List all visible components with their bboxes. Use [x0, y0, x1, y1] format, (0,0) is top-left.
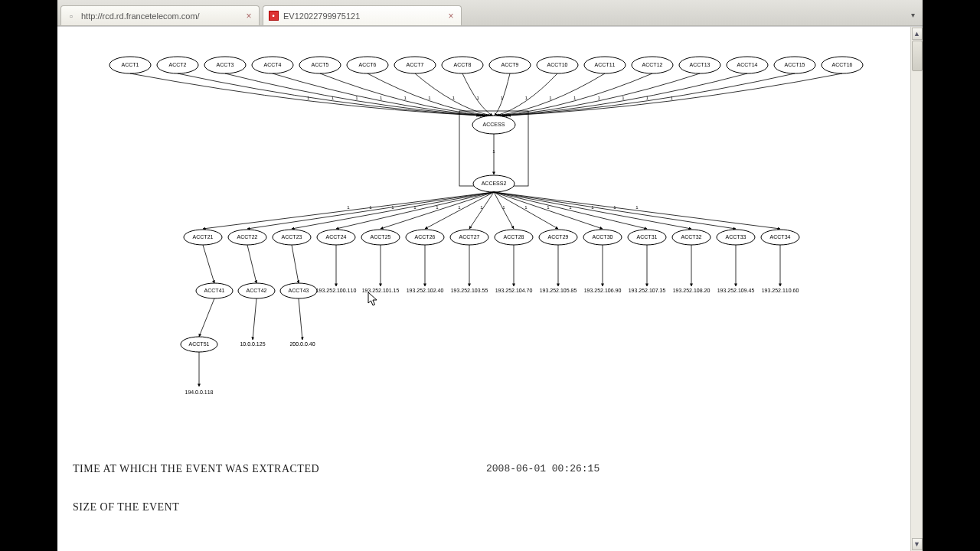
svg-text:193.252.102.40: 193.252.102.40	[407, 288, 444, 293]
svg-text:ACCT33: ACCT33	[726, 234, 746, 240]
svg-text:1: 1	[452, 96, 456, 100]
svg-text:ACCT29: ACCT29	[548, 234, 569, 240]
svg-text:ACCT25: ACCT25	[371, 234, 391, 240]
tab-1[interactable]: • EV12022799975121 ×	[263, 5, 462, 25]
tab-title: EV12022799975121	[283, 11, 441, 21]
svg-text:200.0.0.40: 200.0.0.40	[289, 341, 315, 347]
svg-text:ACCT26: ACCT26	[415, 234, 436, 240]
svg-text:ACCT43: ACCT43	[289, 288, 309, 293]
svg-line-67	[336, 192, 494, 229]
svg-line-71	[381, 192, 494, 229]
scroll-thumb[interactable]	[912, 41, 923, 71]
svg-text:ACCT2: ACCT2	[169, 62, 187, 67]
svg-text:ACCT14: ACCT14	[737, 62, 758, 67]
svg-text:1: 1	[598, 96, 601, 100]
svg-line-59	[247, 192, 494, 229]
svg-line-99	[494, 192, 691, 229]
svg-line-79	[469, 192, 494, 229]
svg-line-117	[292, 245, 299, 283]
svg-text:1: 1	[622, 96, 625, 100]
svg-line-95	[494, 192, 647, 229]
svg-text:1: 1	[380, 96, 383, 100]
svg-text:ACCT21: ACCT21	[193, 234, 214, 240]
svg-text:1: 1	[573, 96, 577, 100]
tab-strip: ▫ http://rcd.rd.francetelecom.com/ × • E…	[57, 0, 923, 26]
scroll-track[interactable]	[912, 41, 923, 537]
svg-text:1: 1	[458, 205, 461, 210]
browser-window: ▫ http://rcd.rd.francetelecom.com/ × • E…	[57, 0, 923, 551]
svg-text:ACCT30: ACCT30	[593, 234, 613, 240]
svg-line-114	[247, 245, 256, 283]
close-icon[interactable]: ×	[243, 11, 254, 21]
svg-text:ACCT7: ACCT7	[407, 62, 424, 67]
svg-text:1: 1	[347, 205, 350, 210]
svg-line-111	[203, 245, 214, 283]
svg-text:ACCT4: ACCT4	[264, 62, 282, 67]
svg-text:193.252.108.20: 193.252.108.20	[673, 288, 710, 293]
svg-text:ACCT11: ACCT11	[595, 62, 616, 67]
vertical-scrollbar[interactable]: ▲ ▼	[910, 27, 923, 551]
svg-line-147	[299, 298, 302, 340]
svg-text:ACCT34: ACCT34	[770, 234, 791, 240]
tab-title: http://rcd.rd.francetelecom.com/	[81, 11, 239, 21]
svg-line-55	[203, 192, 494, 229]
svg-text:1: 1	[569, 205, 572, 210]
svg-line-63	[292, 192, 494, 229]
svg-text:1: 1	[547, 205, 550, 210]
tab-list-dropdown[interactable]: ▾	[906, 8, 920, 22]
svg-text:ACCT13: ACCT13	[690, 62, 710, 67]
svg-text:1: 1	[413, 205, 416, 210]
svg-text:ACCT27: ACCT27	[459, 234, 480, 240]
svg-line-142	[199, 298, 214, 337]
svg-text:1: 1	[502, 205, 505, 210]
svg-text:194.0.0.118: 194.0.0.118	[185, 390, 214, 395]
svg-text:1: 1	[635, 205, 639, 210]
svg-text:ACCT9: ACCT9	[501, 62, 519, 67]
svg-text:193.252.104.70: 193.252.104.70	[495, 288, 533, 293]
event-info: TIME AT WHICH THE EVENT WAS EXTRACTED 20…	[73, 448, 900, 551]
svg-text:ACCT12: ACCT12	[642, 62, 663, 67]
svg-text:1: 1	[391, 205, 394, 210]
svg-text:193.252.101.15: 193.252.101.15	[362, 288, 400, 293]
svg-text:ACCT31: ACCT31	[637, 234, 658, 240]
svg-text:ACCT10: ACCT10	[547, 62, 568, 67]
scroll-down-icon[interactable]: ▼	[912, 538, 923, 550]
svg-text:1: 1	[436, 205, 439, 210]
svg-text:1: 1	[525, 96, 528, 100]
svg-text:ACCT23: ACCT23	[282, 234, 302, 240]
time-value: 2008-06-01 00:26:15	[486, 463, 599, 475]
svg-text:1: 1	[404, 96, 407, 100]
svg-line-103	[494, 192, 736, 229]
svg-text:ACCT51: ACCT51	[189, 341, 210, 347]
page-icon: ▫	[66, 11, 77, 21]
close-icon[interactable]: ×	[446, 11, 456, 21]
svg-text:193.252.106.90: 193.252.106.90	[584, 288, 622, 293]
svg-text:1: 1	[670, 96, 673, 100]
svg-text:ACCT41: ACCT41	[204, 288, 225, 293]
svg-text:ACCT22: ACCT22	[237, 234, 258, 240]
tab-0[interactable]: ▫ http://rcd.rd.francetelecom.com/ ×	[60, 5, 260, 25]
svg-text:193.252.107.35: 193.252.107.35	[629, 288, 666, 293]
svg-text:ACCT24: ACCT24	[326, 234, 347, 240]
svg-text:ACCT8: ACCT8	[454, 62, 472, 67]
svg-text:ACCESS2: ACCESS2	[482, 181, 507, 186]
svg-text:1: 1	[492, 149, 495, 154]
svg-text:193.252.103.55: 193.252.103.55	[451, 288, 488, 293]
svg-line-75	[425, 192, 494, 229]
svg-text:193.252.105.85: 193.252.105.85	[540, 288, 577, 293]
svg-text:10.0.0.125: 10.0.0.125	[240, 341, 265, 347]
svg-text:ACCT5: ACCT5	[312, 62, 329, 67]
svg-text:1: 1	[524, 205, 528, 210]
svg-text:ACCT1: ACCT1	[122, 62, 139, 67]
svg-text:ACCT3: ACCT3	[217, 62, 234, 67]
scroll-up-icon[interactable]: ▲	[912, 28, 923, 40]
svg-text:ACCT6: ACCT6	[359, 62, 377, 67]
svg-text:193.252.109.45: 193.252.109.45	[717, 288, 755, 293]
svg-text:1: 1	[549, 96, 552, 100]
svg-text:ACCESS: ACCESS	[483, 122, 505, 127]
svg-text:ACCT32: ACCT32	[681, 234, 702, 240]
svg-text:1: 1	[332, 96, 335, 100]
svg-text:ACCT28: ACCT28	[504, 234, 524, 240]
time-label: TIME AT WHICH THE EVENT WAS EXTRACTED	[73, 463, 486, 475]
topology-graph: ACCT1ACCT2ACCT3ACCT4ACCT5ACCT6ACCT7ACCT8…	[57, 27, 909, 440]
